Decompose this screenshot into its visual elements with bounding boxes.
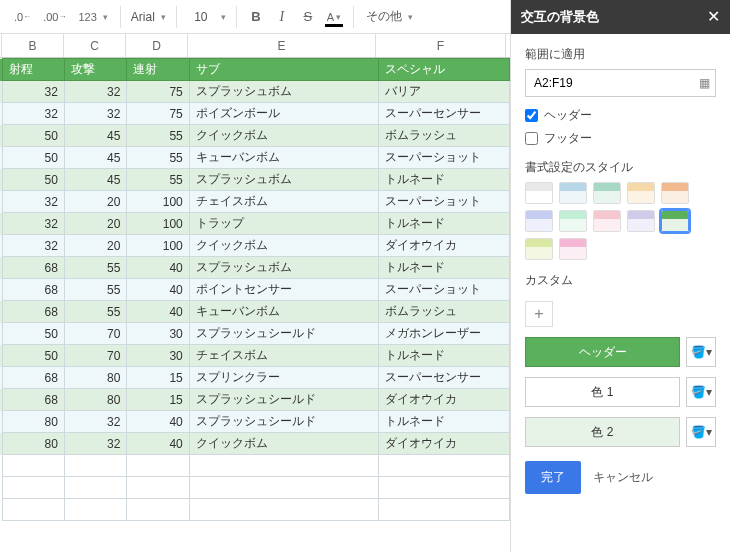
done-button[interactable]: 完了 <box>525 461 581 494</box>
cell[interactable]: 20 <box>64 191 126 213</box>
footer-checkbox-row[interactable]: フッター <box>525 130 716 147</box>
cell[interactable]: 75 <box>127 103 189 125</box>
cell[interactable]: 32 <box>2 235 64 257</box>
cell[interactable]: トルネード <box>379 169 510 191</box>
style-swatch[interactable] <box>627 210 655 232</box>
cell[interactable] <box>64 455 126 477</box>
add-custom-style-button[interactable]: + <box>525 301 553 327</box>
range-input[interactable] <box>525 69 716 97</box>
table-row[interactable]: 688015スプリンクラースーパーセンサー <box>0 367 510 389</box>
table-row[interactable] <box>0 499 510 521</box>
cell[interactable]: トルネード <box>379 345 510 367</box>
table-row[interactable]: 323275ポイズンボールスーパーセンサー <box>0 103 510 125</box>
cell[interactable]: 40 <box>127 279 189 301</box>
cell[interactable]: 55 <box>127 147 189 169</box>
style-swatch[interactable] <box>593 210 621 232</box>
cell[interactable]: 68 <box>2 367 64 389</box>
color1-field[interactable]: 色 1 <box>525 377 680 407</box>
table-row[interactable]: 685540ポイントセンサースーパーショット <box>0 279 510 301</box>
cell[interactable]: 32 <box>64 433 126 455</box>
table-row[interactable]: 685540キューバンボムボムラッシュ <box>0 301 510 323</box>
cell[interactable]: 15 <box>127 389 189 411</box>
cell[interactable]: スーパーセンサー <box>379 103 510 125</box>
column-header[interactable]: C <box>64 34 126 57</box>
font-name-select[interactable]: Arial▾ <box>129 6 168 28</box>
cell[interactable]: 32 <box>64 103 126 125</box>
cell[interactable]: 45 <box>64 169 126 191</box>
cell[interactable]: 32 <box>2 191 64 213</box>
cell[interactable]: キューバンボム <box>189 147 378 169</box>
style-swatch[interactable] <box>559 210 587 232</box>
cell[interactable]: スプラッシュシールド <box>189 411 378 433</box>
cell[interactable] <box>189 477 378 499</box>
cell[interactable] <box>2 499 64 521</box>
cell[interactable]: 55 <box>64 301 126 323</box>
cell[interactable]: 50 <box>2 125 64 147</box>
table-row[interactable]: 504555スプラッシュボムトルネード <box>0 169 510 191</box>
cell[interactable]: スプラッシュシールド <box>189 389 378 411</box>
cell[interactable]: スーパーセンサー <box>379 367 510 389</box>
table-row[interactable]: 688015スプラッシュシールドダイオウイカ <box>0 389 510 411</box>
cell[interactable]: 68 <box>2 389 64 411</box>
data-grid[interactable]: 射程攻撃連射サブスペシャル323275スプラッシュボムバリア323275ポイズン… <box>0 58 510 521</box>
cell[interactable]: 45 <box>64 125 126 147</box>
cell[interactable] <box>127 477 189 499</box>
column-header[interactable]: E <box>188 34 376 57</box>
cell[interactable]: メガホンレーザー <box>379 323 510 345</box>
cell[interactable]: トラップ <box>189 213 378 235</box>
font-size-select[interactable]: 10▾ <box>185 6 228 28</box>
cell[interactable]: ダイオウイカ <box>379 389 510 411</box>
cell[interactable]: 50 <box>2 345 64 367</box>
cell[interactable] <box>127 455 189 477</box>
cell[interactable] <box>189 455 378 477</box>
cell[interactable]: 55 <box>127 169 189 191</box>
cell[interactable]: 40 <box>127 257 189 279</box>
cell[interactable]: トルネード <box>379 411 510 433</box>
cell[interactable]: 80 <box>2 411 64 433</box>
grid-icon[interactable]: ▦ <box>699 76 710 90</box>
cell[interactable]: 32 <box>64 411 126 433</box>
cell[interactable]: 100 <box>127 213 189 235</box>
table-row[interactable] <box>0 477 510 499</box>
cell[interactable]: ボムラッシュ <box>379 125 510 147</box>
header-checkbox[interactable] <box>525 109 538 122</box>
cell[interactable]: トルネード <box>379 213 510 235</box>
cell[interactable]: 50 <box>2 323 64 345</box>
cell[interactable]: 80 <box>64 367 126 389</box>
cell[interactable]: 射程 <box>2 59 64 81</box>
style-swatch[interactable] <box>559 182 587 204</box>
bold-button[interactable]: B <box>245 6 267 28</box>
cell[interactable]: スペシャル <box>379 59 510 81</box>
table-row[interactable]: 3220100トラップトルネード <box>0 213 510 235</box>
table-row[interactable]: 射程攻撃連射サブスペシャル <box>0 59 510 81</box>
cell[interactable]: トルネード <box>379 257 510 279</box>
cell[interactable]: 攻撃 <box>64 59 126 81</box>
cell[interactable]: スーパーショット <box>379 279 510 301</box>
column-header[interactable]: B <box>2 34 64 57</box>
cell[interactable]: チェイスボム <box>189 345 378 367</box>
cell[interactable]: 50 <box>2 169 64 191</box>
strikethrough-button[interactable]: S <box>297 6 319 28</box>
table-row[interactable]: 3220100チェイスボムスーパーショット <box>0 191 510 213</box>
color2-field[interactable]: 色 2 <box>525 417 680 447</box>
more-options-button[interactable]: その他▾ <box>362 6 417 28</box>
cell[interactable]: 75 <box>127 81 189 103</box>
table-row[interactable]: 507030スプラッシュシールドメガホンレーザー <box>0 323 510 345</box>
cell[interactable]: 68 <box>2 279 64 301</box>
text-color-button[interactable]: A▾ <box>323 6 345 28</box>
cell[interactable]: スプラッシュボム <box>189 81 378 103</box>
header-checkbox-row[interactable]: ヘッダー <box>525 107 716 124</box>
cell[interactable]: クイックボム <box>189 433 378 455</box>
style-swatch[interactable] <box>593 182 621 204</box>
table-row[interactable]: 323275スプラッシュボムバリア <box>0 81 510 103</box>
cell[interactable]: 40 <box>127 411 189 433</box>
cell[interactable]: 32 <box>2 103 64 125</box>
table-row[interactable]: 803240クイックボムダイオウイカ <box>0 433 510 455</box>
style-swatch[interactable] <box>661 182 689 204</box>
number-format-button[interactable]: 123▾ <box>74 6 111 28</box>
cell[interactable]: スプラッシュボム <box>189 169 378 191</box>
table-row[interactable]: 803240スプラッシュシールドトルネード <box>0 411 510 433</box>
cell[interactable]: 30 <box>127 345 189 367</box>
color1-fill-button[interactable]: 🪣▾ <box>686 377 716 407</box>
cell[interactable]: 55 <box>64 257 126 279</box>
